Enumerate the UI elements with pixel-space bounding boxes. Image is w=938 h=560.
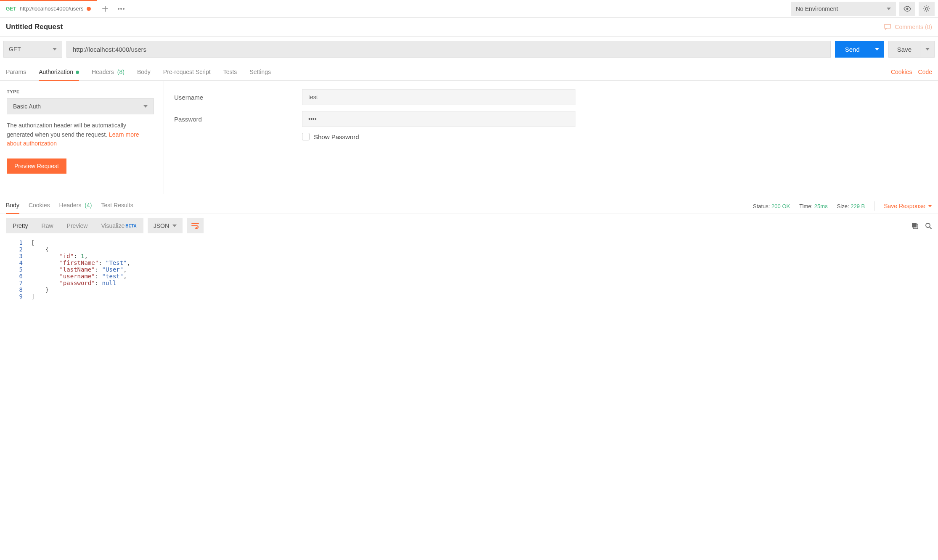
gear-icon	[923, 5, 930, 13]
tab-tests[interactable]: Tests	[223, 63, 237, 80]
auth-type-select[interactable]: Basic Auth	[7, 98, 154, 114]
response-right-icons	[911, 222, 932, 230]
method-select[interactable]: GET	[3, 41, 62, 58]
settings-button[interactable]	[919, 2, 935, 16]
wrap-icon	[191, 222, 199, 229]
view-raw[interactable]: Raw	[35, 218, 60, 233]
tab-prerequest[interactable]: Pre-request Script	[163, 63, 211, 80]
show-password-row: Show Password	[302, 133, 928, 140]
beta-badge: BETA	[125, 224, 136, 228]
wrap-lines-button[interactable]	[187, 218, 204, 233]
comments-button[interactable]: Comments (0)	[884, 24, 932, 30]
size-meta: Size: 229 B	[837, 203, 865, 209]
request-title: Untitled Request	[6, 23, 63, 31]
svg-point-2	[123, 8, 125, 10]
show-password-label: Show Password	[314, 133, 359, 140]
format-value: JSON	[154, 222, 169, 229]
status-meta: Status: 200 OK	[753, 203, 790, 209]
copy-icon[interactable]	[911, 222, 919, 230]
tab-url: http://localhost:4000/users	[20, 5, 84, 12]
title-row: Untitled Request Comments (0)	[0, 18, 938, 37]
chevron-down-icon	[172, 225, 177, 227]
resp-tab-cookies[interactable]: Cookies	[29, 198, 50, 214]
time-meta: Time: 25ms	[799, 203, 827, 209]
view-preview[interactable]: Preview	[60, 218, 95, 233]
save-options-button[interactable]	[920, 41, 935, 58]
auth-fields: Username Password Show Password	[164, 81, 938, 194]
size-value: 229 B	[851, 203, 865, 209]
password-row: Password	[174, 111, 928, 127]
topbar-right: No Environment	[787, 0, 938, 17]
send-options-button[interactable]	[870, 41, 884, 58]
tab-settings[interactable]: Settings	[249, 63, 271, 80]
search-icon[interactable]	[925, 222, 932, 230]
tab-method: GET	[6, 6, 16, 12]
request-right-links: Cookies Code	[891, 63, 932, 80]
svg-rect-6	[912, 223, 917, 227]
quick-look-button[interactable]	[899, 2, 915, 16]
tab-count: (8)	[117, 69, 125, 75]
url-input[interactable]	[66, 41, 831, 58]
body-format-select[interactable]: JSON	[148, 218, 183, 233]
response-body[interactable]: 1[2 {3 "id": 1,4 "firstName": "Test",5 "…	[0, 238, 938, 308]
request-tabs-strip: GET http://localhost:4000/users	[0, 0, 787, 17]
chevron-down-icon	[925, 48, 930, 50]
tab-headers[interactable]: Headers (8)	[92, 63, 125, 80]
auth-description: The authorization header will be automat…	[7, 121, 154, 148]
view-pretty[interactable]: Pretty	[6, 218, 35, 233]
request-tab[interactable]: GET http://localhost:4000/users	[0, 0, 97, 17]
environment-select[interactable]: No Environment	[791, 2, 896, 16]
eye-icon	[903, 6, 912, 12]
request-subtabs: Params Authorization Headers (8) Body Pr…	[6, 63, 271, 80]
chevron-down-icon	[875, 48, 879, 50]
response-tabs-row: Body Cookies Headers (4) Test Results St…	[0, 194, 938, 214]
response-toolbar: Pretty Raw Preview VisualizeBETA JSON	[0, 214, 938, 238]
chevron-down-icon	[53, 48, 57, 50]
cookies-link[interactable]: Cookies	[891, 69, 912, 75]
url-bar: GET Send Save	[0, 37, 938, 63]
view-mode-tabs: Pretty Raw Preview VisualizeBETA	[6, 218, 143, 233]
username-label: Username	[174, 94, 292, 101]
response-meta: Status: 200 OK Time: 25ms Size: 229 B Sa…	[753, 198, 932, 214]
tab-authorization[interactable]: Authorization	[39, 63, 79, 80]
resp-tab-test-results[interactable]: Test Results	[101, 198, 133, 214]
method-value: GET	[9, 46, 21, 53]
code-link[interactable]: Code	[918, 69, 932, 75]
response-tabs: Body Cookies Headers (4) Test Results	[6, 198, 133, 214]
active-dot-icon	[76, 71, 79, 74]
resp-tab-body[interactable]: Body	[6, 198, 19, 214]
username-row: Username	[174, 89, 928, 105]
tab-params[interactable]: Params	[6, 63, 26, 80]
environment-label: No Environment	[796, 5, 838, 12]
show-password-checkbox[interactable]	[302, 133, 310, 140]
request-subtabs-row: Params Authorization Headers (8) Body Pr…	[0, 63, 938, 81]
save-button[interactable]: Save	[888, 41, 920, 58]
tab-count: (4)	[85, 202, 92, 209]
divider	[874, 201, 874, 211]
svg-point-0	[118, 8, 119, 10]
chevron-down-icon	[928, 205, 932, 207]
type-label: TYPE	[7, 89, 157, 94]
preview-request-button[interactable]: Preview Request	[7, 158, 66, 174]
comments-label: Comments (0)	[895, 24, 932, 30]
auth-panel: TYPE Basic Auth The authorization header…	[0, 81, 938, 194]
svg-point-3	[906, 8, 909, 10]
top-bar: GET http://localhost:4000/users No Envir…	[0, 0, 938, 18]
auth-type-value: Basic Auth	[13, 103, 41, 110]
chevron-down-icon	[887, 8, 891, 10]
tab-options-button[interactable]	[113, 0, 129, 17]
view-visualize[interactable]: VisualizeBETA	[94, 218, 143, 233]
unsaved-dot-icon	[87, 7, 91, 11]
new-tab-button[interactable]	[97, 0, 113, 17]
save-response-button[interactable]: Save Response	[884, 203, 932, 209]
comment-icon	[884, 24, 891, 30]
resp-tab-headers[interactable]: Headers (4)	[59, 198, 92, 214]
send-button-group: Send	[835, 41, 884, 58]
tab-body[interactable]: Body	[137, 63, 151, 80]
username-input[interactable]	[302, 89, 575, 105]
chevron-down-icon	[143, 105, 148, 108]
password-input[interactable]	[302, 111, 575, 127]
status-value: 200 OK	[771, 203, 790, 209]
svg-point-4	[925, 8, 928, 10]
send-button[interactable]: Send	[835, 41, 870, 58]
